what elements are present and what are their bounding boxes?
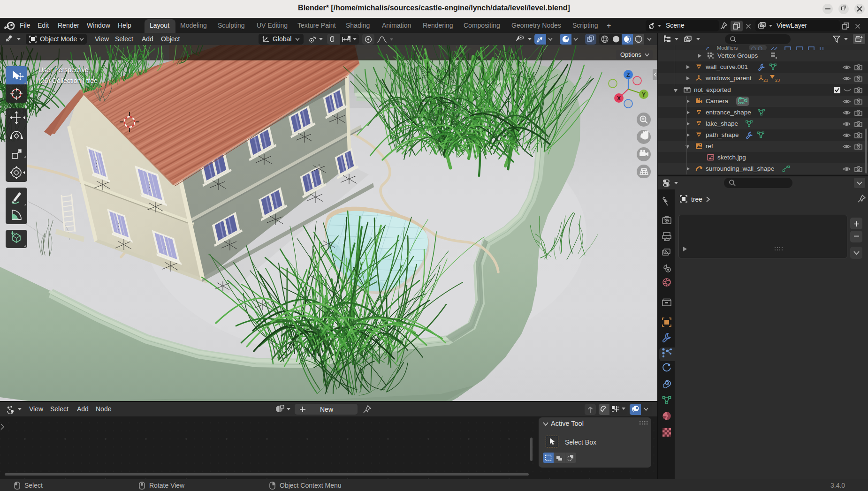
svg-text:23: 23: [775, 78, 780, 83]
svg-text:23: 23: [763, 78, 768, 83]
svg-text:Y: Y: [642, 91, 646, 98]
svg-text:Z: Z: [626, 72, 630, 78]
svg-text:X: X: [617, 95, 621, 102]
svg-text:Modifiers: Modifiers: [717, 45, 738, 50]
